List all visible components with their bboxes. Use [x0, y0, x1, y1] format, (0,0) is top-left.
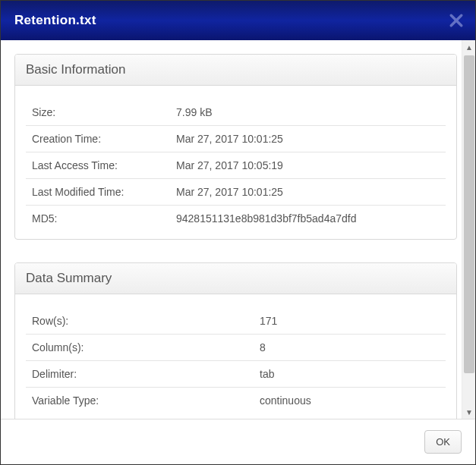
- creation-time-value: Mar 27, 2017 10:01:25: [170, 126, 446, 152]
- basic-information-table: Size: 7.99 kB Creation Time: Mar 27, 201…: [26, 99, 446, 231]
- scrollbar-thumb[interactable]: [464, 55, 474, 373]
- delimiter-label: Delimiter:: [26, 361, 254, 388]
- size-value: 7.99 kB: [170, 99, 446, 126]
- file-info-dialog: Retention.txt Basic Information Size: 7.…: [0, 0, 476, 465]
- dialog-body: Basic Information Size: 7.99 kB Creation…: [1, 40, 475, 419]
- data-summary-table: Row(s): 171 Column(s): 8 Delimiter: tab: [26, 308, 446, 413]
- table-row: Column(s): 8: [26, 335, 446, 361]
- rows-value: 171: [254, 308, 446, 335]
- dialog-title: Retention.txt: [14, 13, 96, 28]
- close-button[interactable]: [448, 12, 465, 29]
- last-modified-time-value: Mar 27, 2017 10:01:25: [170, 179, 446, 206]
- delimiter-value: tab: [254, 361, 446, 388]
- data-summary-body: Row(s): 171 Column(s): 8 Delimiter: tab: [15, 294, 456, 419]
- table-row: Row(s): 171: [26, 308, 446, 335]
- data-summary-panel: Data Summary Row(s): 171 Column(s): 8 De…: [14, 262, 457, 419]
- close-icon: [449, 14, 463, 27]
- vertical-scrollbar[interactable]: ▲ ▼: [462, 40, 475, 419]
- columns-value: 8: [254, 335, 446, 361]
- variable-type-label: Variable Type:: [26, 388, 254, 414]
- table-row: Variable Type: continuous: [26, 388, 446, 414]
- dialog-footer: OK: [1, 419, 475, 464]
- basic-information-panel: Basic Information Size: 7.99 kB Creation…: [14, 54, 457, 240]
- table-row: Last Modified Time: Mar 27, 2017 10:01:2…: [26, 179, 446, 206]
- last-modified-time-label: Last Modified Time:: [26, 179, 170, 206]
- last-access-time-value: Mar 27, 2017 10:05:19: [170, 152, 446, 179]
- md5-label: MD5:: [26, 206, 170, 232]
- basic-information-body: Size: 7.99 kB Creation Time: Mar 27, 201…: [15, 86, 456, 239]
- scroll-content: Basic Information Size: 7.99 kB Creation…: [1, 40, 462, 419]
- table-row: Delimiter: tab: [26, 361, 446, 388]
- creation-time-label: Creation Time:: [26, 126, 170, 152]
- md5-value: 9428151131e8b981d3bf7fb5ad4a7dfd: [170, 206, 446, 232]
- table-row: Creation Time: Mar 27, 2017 10:01:25: [26, 126, 446, 152]
- variable-type-value: continuous: [254, 388, 446, 414]
- scroll-down-arrow-icon[interactable]: ▼: [462, 405, 475, 419]
- columns-label: Column(s):: [26, 335, 254, 361]
- rows-label: Row(s):: [26, 308, 254, 335]
- size-label: Size:: [26, 99, 170, 126]
- scroll-up-arrow-icon[interactable]: ▲: [462, 40, 475, 54]
- table-row: MD5: 9428151131e8b981d3bf7fb5ad4a7dfd: [26, 206, 446, 232]
- data-summary-header: Data Summary: [15, 263, 456, 294]
- ok-button[interactable]: OK: [424, 430, 462, 454]
- dialog-titlebar: Retention.txt: [1, 1, 475, 40]
- table-row: Size: 7.99 kB: [26, 99, 446, 126]
- basic-information-header: Basic Information: [15, 55, 456, 86]
- table-row: Last Access Time: Mar 27, 2017 10:05:19: [26, 152, 446, 179]
- last-access-time-label: Last Access Time:: [26, 152, 170, 179]
